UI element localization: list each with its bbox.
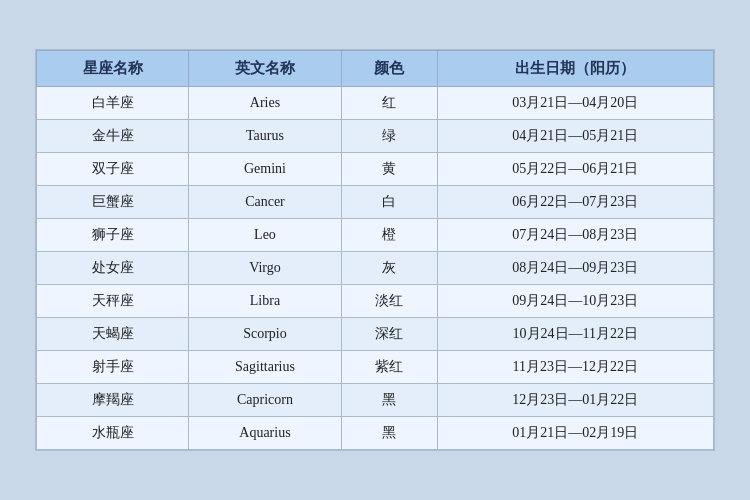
table-cell-r10-c3: 01月21日—02月19日 bbox=[437, 417, 713, 450]
table-cell-r2-c0: 双子座 bbox=[37, 153, 189, 186]
table-cell-r8-c2: 紫红 bbox=[341, 351, 437, 384]
table-row: 白羊座Aries红03月21日—04月20日 bbox=[37, 87, 714, 120]
table-cell-r10-c1: Aquarius bbox=[189, 417, 341, 450]
table-row: 金牛座Taurus绿04月21日—05月21日 bbox=[37, 120, 714, 153]
table-cell-r4-c2: 橙 bbox=[341, 219, 437, 252]
table-cell-r10-c0: 水瓶座 bbox=[37, 417, 189, 450]
table-row: 狮子座Leo橙07月24日—08月23日 bbox=[37, 219, 714, 252]
table-cell-r10-c2: 黑 bbox=[341, 417, 437, 450]
table-cell-r8-c0: 射手座 bbox=[37, 351, 189, 384]
table-cell-r4-c3: 07月24日—08月23日 bbox=[437, 219, 713, 252]
table-cell-r3-c2: 白 bbox=[341, 186, 437, 219]
table-cell-r6-c3: 09月24日—10月23日 bbox=[437, 285, 713, 318]
table-cell-r0-c0: 白羊座 bbox=[37, 87, 189, 120]
table-row: 巨蟹座Cancer白06月22日—07月23日 bbox=[37, 186, 714, 219]
column-header-2: 颜色 bbox=[341, 51, 437, 87]
table-cell-r2-c3: 05月22日—06月21日 bbox=[437, 153, 713, 186]
table-cell-r5-c2: 灰 bbox=[341, 252, 437, 285]
table-cell-r2-c2: 黄 bbox=[341, 153, 437, 186]
table-cell-r4-c1: Leo bbox=[189, 219, 341, 252]
table-row: 射手座Sagittarius紫红11月23日—12月22日 bbox=[37, 351, 714, 384]
table-row: 处女座Virgo灰08月24日—09月23日 bbox=[37, 252, 714, 285]
table-cell-r3-c1: Cancer bbox=[189, 186, 341, 219]
table-cell-r9-c3: 12月23日—01月22日 bbox=[437, 384, 713, 417]
table-cell-r8-c3: 11月23日—12月22日 bbox=[437, 351, 713, 384]
table-cell-r9-c2: 黑 bbox=[341, 384, 437, 417]
table-cell-r7-c1: Scorpio bbox=[189, 318, 341, 351]
table-header-row: 星座名称英文名称颜色出生日期（阳历） bbox=[37, 51, 714, 87]
column-header-3: 出生日期（阳历） bbox=[437, 51, 713, 87]
table-cell-r5-c3: 08月24日—09月23日 bbox=[437, 252, 713, 285]
table-cell-r9-c0: 摩羯座 bbox=[37, 384, 189, 417]
table-cell-r6-c2: 淡红 bbox=[341, 285, 437, 318]
table-cell-r3-c0: 巨蟹座 bbox=[37, 186, 189, 219]
table-cell-r7-c3: 10月24日—11月22日 bbox=[437, 318, 713, 351]
table-row: 双子座Gemini黄05月22日—06月21日 bbox=[37, 153, 714, 186]
table-cell-r8-c1: Sagittarius bbox=[189, 351, 341, 384]
table-cell-r2-c1: Gemini bbox=[189, 153, 341, 186]
table-cell-r7-c2: 深红 bbox=[341, 318, 437, 351]
table-cell-r7-c0: 天蝎座 bbox=[37, 318, 189, 351]
zodiac-table: 星座名称英文名称颜色出生日期（阳历） 白羊座Aries红03月21日—04月20… bbox=[36, 50, 714, 450]
table-body: 白羊座Aries红03月21日—04月20日金牛座Taurus绿04月21日—0… bbox=[37, 87, 714, 450]
table-cell-r6-c0: 天秤座 bbox=[37, 285, 189, 318]
table-row: 摩羯座Capricorn黑12月23日—01月22日 bbox=[37, 384, 714, 417]
column-header-0: 星座名称 bbox=[37, 51, 189, 87]
column-header-1: 英文名称 bbox=[189, 51, 341, 87]
table-cell-r3-c3: 06月22日—07月23日 bbox=[437, 186, 713, 219]
zodiac-table-container: 星座名称英文名称颜色出生日期（阳历） 白羊座Aries红03月21日—04月20… bbox=[35, 49, 715, 451]
table-cell-r5-c1: Virgo bbox=[189, 252, 341, 285]
table-cell-r1-c1: Taurus bbox=[189, 120, 341, 153]
table-cell-r6-c1: Libra bbox=[189, 285, 341, 318]
table-row: 天蝎座Scorpio深红10月24日—11月22日 bbox=[37, 318, 714, 351]
table-row: 水瓶座Aquarius黑01月21日—02月19日 bbox=[37, 417, 714, 450]
table-row: 天秤座Libra淡红09月24日—10月23日 bbox=[37, 285, 714, 318]
table-cell-r1-c0: 金牛座 bbox=[37, 120, 189, 153]
table-cell-r9-c1: Capricorn bbox=[189, 384, 341, 417]
table-cell-r1-c2: 绿 bbox=[341, 120, 437, 153]
table-cell-r0-c3: 03月21日—04月20日 bbox=[437, 87, 713, 120]
table-cell-r4-c0: 狮子座 bbox=[37, 219, 189, 252]
table-cell-r1-c3: 04月21日—05月21日 bbox=[437, 120, 713, 153]
table-cell-r0-c1: Aries bbox=[189, 87, 341, 120]
table-cell-r5-c0: 处女座 bbox=[37, 252, 189, 285]
table-cell-r0-c2: 红 bbox=[341, 87, 437, 120]
